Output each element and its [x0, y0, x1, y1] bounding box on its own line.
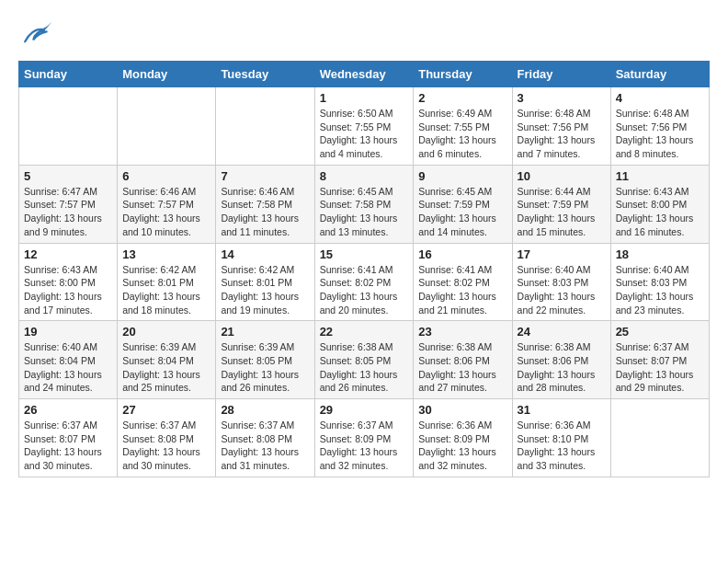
day-number: 12 — [24, 247, 112, 261]
day-info: Sunrise: 6:36 AM Sunset: 8:09 PM Dayligh… — [418, 419, 506, 473]
calendar-cell: 27Sunrise: 6:37 AM Sunset: 8:08 PM Dayli… — [118, 399, 216, 477]
day-info: Sunrise: 6:45 AM Sunset: 7:59 PM Dayligh… — [418, 185, 506, 239]
day-number: 1 — [320, 91, 409, 105]
calendar-cell: 25Sunrise: 6:37 AM Sunset: 8:07 PM Dayli… — [610, 321, 709, 399]
calendar-cell: 7Sunrise: 6:46 AM Sunset: 7:58 PM Daylig… — [216, 165, 314, 243]
day-info: Sunrise: 6:46 AM Sunset: 7:57 PM Dayligh… — [122, 185, 210, 239]
calendar-cell: 29Sunrise: 6:37 AM Sunset: 8:09 PM Dayli… — [314, 399, 414, 477]
logo — [18, 18, 55, 52]
day-info: Sunrise: 6:40 AM Sunset: 8:04 PM Dayligh… — [24, 340, 112, 395]
day-info: Sunrise: 6:40 AM Sunset: 8:03 PM Dayligh… — [616, 263, 704, 317]
day-info: Sunrise: 6:37 AM Sunset: 8:09 PM Dayligh… — [320, 419, 409, 473]
day-number: 28 — [221, 403, 309, 417]
calendar-week-row: 1Sunrise: 6:50 AM Sunset: 7:55 PM Daylig… — [19, 87, 710, 166]
day-number: 8 — [320, 169, 409, 183]
calendar-cell: 28Sunrise: 6:37 AM Sunset: 8:08 PM Dayli… — [216, 399, 314, 477]
day-number: 16 — [418, 247, 506, 261]
day-info: Sunrise: 6:37 AM Sunset: 8:08 PM Dayligh… — [221, 419, 309, 473]
day-number: 23 — [418, 325, 506, 339]
day-number: 10 — [518, 169, 606, 183]
calendar-cell: 14Sunrise: 6:42 AM Sunset: 8:01 PM Dayli… — [216, 243, 314, 321]
day-number: 9 — [418, 169, 506, 183]
day-info: Sunrise: 6:37 AM Sunset: 8:08 PM Dayligh… — [122, 419, 210, 473]
day-number: 7 — [221, 169, 309, 183]
day-number: 11 — [616, 169, 704, 183]
calendar-cell: 4Sunrise: 6:48 AM Sunset: 7:56 PM Daylig… — [610, 87, 709, 166]
day-info: Sunrise: 6:40 AM Sunset: 8:03 PM Dayligh… — [518, 263, 606, 317]
day-info: Sunrise: 6:38 AM Sunset: 8:05 PM Dayligh… — [320, 340, 409, 395]
day-number: 5 — [24, 169, 112, 183]
day-info: Sunrise: 6:37 AM Sunset: 8:07 PM Dayligh… — [616, 340, 704, 395]
day-number: 30 — [418, 403, 506, 417]
day-info: Sunrise: 6:48 AM Sunset: 7:56 PM Dayligh… — [616, 107, 704, 161]
day-number: 14 — [221, 247, 309, 261]
calendar-cell: 21Sunrise: 6:39 AM Sunset: 8:05 PM Dayli… — [216, 321, 314, 399]
calendar-cell: 12Sunrise: 6:43 AM Sunset: 8:00 PM Dayli… — [19, 243, 118, 321]
calendar-cell: 20Sunrise: 6:39 AM Sunset: 8:04 PM Dayli… — [118, 321, 216, 399]
calendar-cell: 1Sunrise: 6:50 AM Sunset: 7:55 PM Daylig… — [314, 87, 414, 166]
day-number: 6 — [122, 169, 210, 183]
day-info: Sunrise: 6:45 AM Sunset: 7:58 PM Dayligh… — [320, 185, 409, 239]
calendar-cell: 8Sunrise: 6:45 AM Sunset: 7:58 PM Daylig… — [314, 165, 414, 243]
calendar-cell — [610, 399, 709, 477]
day-number: 17 — [518, 247, 606, 261]
calendar-cell: 24Sunrise: 6:38 AM Sunset: 8:06 PM Dayli… — [512, 321, 610, 399]
day-info: Sunrise: 6:41 AM Sunset: 8:02 PM Dayligh… — [418, 263, 506, 317]
calendar-cell: 3Sunrise: 6:48 AM Sunset: 7:56 PM Daylig… — [512, 87, 610, 166]
day-number: 20 — [122, 325, 210, 339]
day-number: 3 — [518, 91, 606, 105]
day-number: 31 — [518, 403, 606, 417]
calendar-cell: 2Sunrise: 6:49 AM Sunset: 7:55 PM Daylig… — [414, 87, 512, 166]
calendar-cell — [118, 87, 216, 166]
weekday-header-monday: Monday — [118, 62, 216, 87]
day-info: Sunrise: 6:46 AM Sunset: 7:58 PM Dayligh… — [221, 185, 309, 239]
day-info: Sunrise: 6:39 AM Sunset: 8:04 PM Dayligh… — [122, 340, 210, 395]
day-info: Sunrise: 6:42 AM Sunset: 8:01 PM Dayligh… — [221, 263, 309, 317]
calendar-cell: 9Sunrise: 6:45 AM Sunset: 7:59 PM Daylig… — [414, 165, 512, 243]
day-info: Sunrise: 6:36 AM Sunset: 8:10 PM Dayligh… — [518, 419, 606, 473]
day-number: 13 — [122, 247, 210, 261]
day-number: 29 — [320, 403, 409, 417]
calendar-cell: 30Sunrise: 6:36 AM Sunset: 8:09 PM Dayli… — [414, 399, 512, 477]
day-info: Sunrise: 6:48 AM Sunset: 7:56 PM Dayligh… — [518, 107, 606, 161]
calendar-cell: 17Sunrise: 6:40 AM Sunset: 8:03 PM Dayli… — [512, 243, 610, 321]
day-number: 27 — [122, 403, 210, 417]
day-info: Sunrise: 6:44 AM Sunset: 7:59 PM Dayligh… — [518, 185, 606, 239]
page-header — [18, 18, 710, 52]
calendar-week-row: 5Sunrise: 6:47 AM Sunset: 7:57 PM Daylig… — [19, 165, 710, 243]
day-number: 24 — [518, 325, 606, 339]
day-info: Sunrise: 6:43 AM Sunset: 8:00 PM Dayligh… — [24, 263, 112, 317]
calendar-week-row: 12Sunrise: 6:43 AM Sunset: 8:00 PM Dayli… — [19, 243, 710, 321]
day-info: Sunrise: 6:50 AM Sunset: 7:55 PM Dayligh… — [320, 107, 409, 161]
calendar-cell: 22Sunrise: 6:38 AM Sunset: 8:05 PM Dayli… — [314, 321, 414, 399]
calendar-cell: 5Sunrise: 6:47 AM Sunset: 7:57 PM Daylig… — [19, 165, 118, 243]
logo-icon — [18, 18, 51, 52]
day-number: 26 — [24, 403, 112, 417]
day-info: Sunrise: 6:41 AM Sunset: 8:02 PM Dayligh… — [320, 263, 409, 317]
calendar-cell: 31Sunrise: 6:36 AM Sunset: 8:10 PM Dayli… — [512, 399, 610, 477]
day-number: 21 — [221, 325, 309, 339]
weekday-header-thursday: Thursday — [414, 62, 512, 87]
day-info: Sunrise: 6:38 AM Sunset: 8:06 PM Dayligh… — [418, 340, 506, 395]
day-number: 22 — [320, 325, 409, 339]
calendar-table: SundayMondayTuesdayWednesdayThursdayFrid… — [18, 61, 710, 477]
calendar-header-row: SundayMondayTuesdayWednesdayThursdayFrid… — [19, 62, 710, 87]
weekday-header-sunday: Sunday — [19, 62, 118, 87]
calendar-cell — [19, 87, 118, 166]
calendar-cell: 15Sunrise: 6:41 AM Sunset: 8:02 PM Dayli… — [314, 243, 414, 321]
weekday-header-wednesday: Wednesday — [314, 62, 414, 87]
day-info: Sunrise: 6:37 AM Sunset: 8:07 PM Dayligh… — [24, 419, 112, 473]
day-info: Sunrise: 6:39 AM Sunset: 8:05 PM Dayligh… — [221, 340, 309, 395]
calendar-week-row: 26Sunrise: 6:37 AM Sunset: 8:07 PM Dayli… — [19, 399, 710, 477]
calendar-cell: 11Sunrise: 6:43 AM Sunset: 8:00 PM Dayli… — [610, 165, 709, 243]
calendar-week-row: 19Sunrise: 6:40 AM Sunset: 8:04 PM Dayli… — [19, 321, 710, 399]
weekday-header-tuesday: Tuesday — [216, 62, 314, 87]
calendar-cell: 19Sunrise: 6:40 AM Sunset: 8:04 PM Dayli… — [19, 321, 118, 399]
day-info: Sunrise: 6:47 AM Sunset: 7:57 PM Dayligh… — [24, 185, 112, 239]
day-number: 25 — [616, 325, 704, 339]
calendar-cell: 10Sunrise: 6:44 AM Sunset: 7:59 PM Dayli… — [512, 165, 610, 243]
day-info: Sunrise: 6:49 AM Sunset: 7:55 PM Dayligh… — [418, 107, 506, 161]
calendar-cell: 13Sunrise: 6:42 AM Sunset: 8:01 PM Dayli… — [118, 243, 216, 321]
day-number: 15 — [320, 247, 409, 261]
day-info: Sunrise: 6:38 AM Sunset: 8:06 PM Dayligh… — [518, 340, 606, 395]
